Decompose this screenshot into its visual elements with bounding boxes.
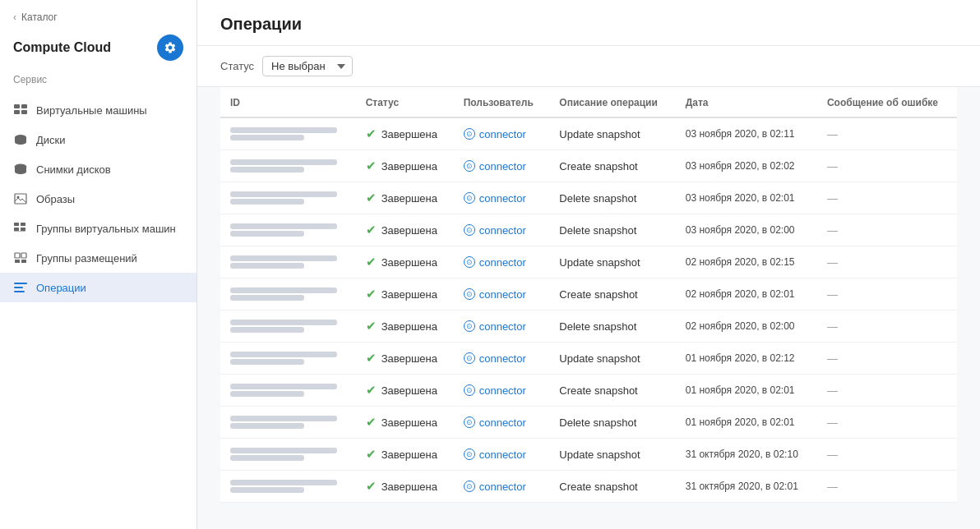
cell-user[interactable]: ⊙connector xyxy=(454,117,550,150)
cell-id xyxy=(220,343,356,375)
sidebar-item-snapshots[interactable]: Снимки дисков xyxy=(0,154,196,184)
check-icon: ✔ xyxy=(366,351,377,366)
id-lines xyxy=(230,480,346,493)
user-link[interactable]: ⊙connector xyxy=(464,224,540,237)
col-operation: Описание операции xyxy=(549,87,675,117)
check-icon: ✔ xyxy=(366,479,377,494)
cell-error: — xyxy=(817,278,957,310)
cell-user[interactable]: ⊙connector xyxy=(454,343,550,375)
user-link[interactable]: ⊙connector xyxy=(464,352,540,365)
status-filter[interactable]: Не выбран xyxy=(262,56,353,76)
id-line-top xyxy=(230,416,337,421)
images-icon xyxy=(13,191,28,206)
status-value: ✔Завершена xyxy=(366,479,444,494)
cell-error: — xyxy=(817,310,957,343)
sidebar-item-vm-groups[interactable]: Группы виртуальных машин xyxy=(0,214,196,243)
sidebar-item-disks[interactable]: Диски xyxy=(0,125,196,154)
cell-status: ✔Завершена xyxy=(356,150,454,182)
id-lines xyxy=(230,320,346,333)
filter-label: Статус xyxy=(220,60,254,72)
cell-user[interactable]: ⊙connector xyxy=(454,278,550,310)
sidebar-item-vms[interactable]: Виртуальные машины xyxy=(0,95,196,125)
gear-icon xyxy=(164,41,177,54)
user-name: connector xyxy=(479,192,526,205)
cell-user[interactable]: ⊙connector xyxy=(454,182,550,214)
sidebar-item-operations[interactable]: Операции xyxy=(0,273,196,302)
svg-rect-15 xyxy=(21,253,26,258)
cell-user[interactable]: ⊙connector xyxy=(454,150,550,182)
cell-id xyxy=(220,407,356,439)
cell-operation: Delete snapshot xyxy=(549,182,675,214)
cell-status: ✔Завершена xyxy=(356,375,454,407)
cell-user[interactable]: ⊙connector xyxy=(454,214,550,246)
sidebar-item-placement[interactable]: Группы размещений xyxy=(0,243,196,273)
settings-button[interactable] xyxy=(157,34,183,61)
sidebar-item-images[interactable]: Образы xyxy=(0,184,196,214)
cell-user[interactable]: ⊙connector xyxy=(454,407,550,439)
cell-user[interactable]: ⊙connector xyxy=(454,439,550,471)
col-user: Пользователь xyxy=(454,87,550,117)
sidebar-header: Compute Cloud xyxy=(0,31,196,74)
disks-icon xyxy=(13,132,28,147)
user-link[interactable]: ⊙connector xyxy=(464,416,540,429)
table-row: ✔Завершена⊙connectorDelete snapshot03 но… xyxy=(220,182,957,214)
cell-user[interactable]: ⊙connector xyxy=(454,375,550,407)
user-link[interactable]: ⊙connector xyxy=(464,192,540,205)
svg-rect-3 xyxy=(21,110,27,114)
back-button[interactable]: ‹ Каталог xyxy=(0,0,196,31)
id-line-top xyxy=(230,480,337,485)
check-icon: ✔ xyxy=(366,447,377,462)
cell-id xyxy=(220,214,356,246)
cell-status: ✔Завершена xyxy=(356,471,454,503)
cell-operation: Delete snapshot xyxy=(549,310,675,343)
cell-date: 31 октября 2020, в 02:01 xyxy=(676,471,817,503)
user-link[interactable]: ⊙connector xyxy=(464,288,540,301)
cell-user[interactable]: ⊙connector xyxy=(454,246,550,278)
user-link[interactable]: ⊙connector xyxy=(464,448,540,461)
user-link[interactable]: ⊙connector xyxy=(464,256,540,269)
user-name: connector xyxy=(479,481,526,493)
cell-user[interactable]: ⊙connector xyxy=(454,471,550,503)
placement-icon xyxy=(13,251,28,265)
user-name: connector xyxy=(479,352,526,365)
svg-rect-13 xyxy=(14,231,25,232)
cell-error: — xyxy=(817,150,957,182)
table-container: ID Статус Пользователь Описание операции… xyxy=(197,87,980,529)
user-link[interactable]: ⊙connector xyxy=(464,384,540,397)
user-icon: ⊙ xyxy=(464,192,475,204)
table-row: ✔Завершена⊙connectorDelete snapshot01 но… xyxy=(220,407,957,439)
user-icon: ⊙ xyxy=(464,128,475,140)
cell-error: — xyxy=(817,117,957,150)
user-link[interactable]: ⊙connector xyxy=(464,128,540,140)
cell-date: 01 ноября 2020, в 02:01 xyxy=(676,375,817,407)
cell-error: — xyxy=(817,439,957,471)
user-icon: ⊙ xyxy=(464,224,475,236)
user-link[interactable]: ⊙connector xyxy=(464,320,540,333)
id-line-bottom xyxy=(230,391,304,397)
id-line-bottom xyxy=(230,327,304,333)
svg-rect-18 xyxy=(14,283,27,284)
table-row: ✔Завершена⊙connectorUpdate snapshot02 но… xyxy=(220,246,957,278)
status-text: Завершена xyxy=(381,352,437,365)
cell-error: — xyxy=(817,407,957,439)
svg-rect-11 xyxy=(14,228,19,231)
filter-bar: Статус Не выбран xyxy=(197,46,980,87)
sidebar-nav: Виртуальные машины Диски Снимки дисков О… xyxy=(0,95,196,302)
app-subtitle: Сервис xyxy=(0,74,196,95)
cell-error: — xyxy=(817,214,957,246)
svg-rect-7 xyxy=(15,194,26,204)
cell-user[interactable]: ⊙connector xyxy=(454,310,550,343)
app-name: Compute Cloud xyxy=(13,40,111,55)
svg-rect-9 xyxy=(14,223,19,226)
svg-rect-0 xyxy=(14,104,20,108)
user-name: connector xyxy=(479,448,526,461)
user-link[interactable]: ⊙connector xyxy=(464,481,540,493)
user-link[interactable]: ⊙connector xyxy=(464,160,540,172)
id-line-top xyxy=(230,255,337,261)
cell-id xyxy=(220,246,356,278)
status-value: ✔Завершена xyxy=(366,159,444,173)
id-line-top xyxy=(230,320,337,325)
cell-date: 03 ноября 2020, в 02:02 xyxy=(676,150,817,182)
id-line-bottom xyxy=(230,135,304,140)
cell-error: — xyxy=(817,343,957,375)
